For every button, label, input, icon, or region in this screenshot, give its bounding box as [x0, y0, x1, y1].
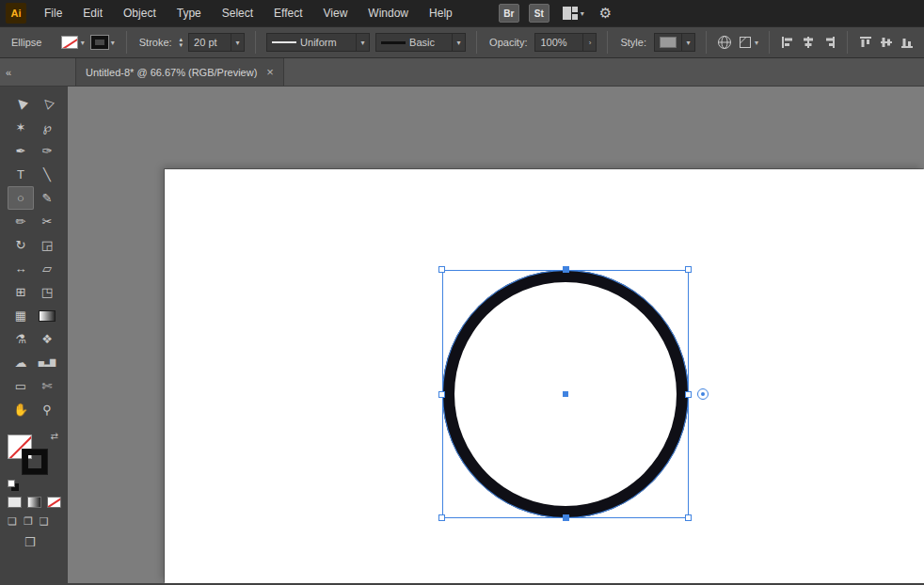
screen-mode-button[interactable]: ❒: [24, 535, 68, 549]
divider: [847, 31, 848, 54]
tool-line-segment[interactable]: ╲: [34, 163, 60, 186]
menu-file[interactable]: File: [34, 0, 72, 26]
draw-inside-icon[interactable]: ❑: [40, 515, 49, 528]
tool-curvature[interactable]: ✑: [34, 139, 60, 163]
tool-scissors[interactable]: ✂: [34, 210, 60, 233]
align-top-icon: [858, 35, 873, 50]
tool-scale[interactable]: ◲: [34, 233, 60, 257]
draw-behind-icon[interactable]: ❐: [24, 515, 33, 528]
menu-select[interactable]: Select: [212, 0, 263, 26]
document-tab[interactable]: Untitled-8* @ 66.67% (RGB/Preview) ×: [75, 58, 284, 86]
tool-ellipse[interactable]: ○: [8, 186, 34, 210]
drawing-mode-buttons: ❏ ❐ ❑: [8, 515, 68, 528]
document-area: Untitled-8* @ 66.67% (RGB/Preview) ×: [68, 58, 924, 583]
selection-handle-ne[interactable]: [685, 266, 692, 273]
selection-center-point[interactable]: [563, 391, 568, 397]
stroke-label: Stroke:: [139, 37, 172, 48]
fill-color-dropdown[interactable]: ▾: [61, 36, 86, 49]
selection-handle-w[interactable]: [438, 391, 445, 398]
selection-handle-n[interactable]: [563, 266, 569, 273]
chevron-down-icon[interactable]: ▾: [357, 33, 370, 52]
tool-mesh[interactable]: ▦: [8, 304, 34, 327]
stroke-weight-stepper[interactable]: ▴ ▾: [180, 37, 183, 48]
selection-handle-sw[interactable]: [438, 514, 445, 521]
control-bar: Ellipse ▾ ▾ Stroke: ▴ ▾ 20 pt ▾ Uniform …: [0, 26, 924, 58]
tool-width[interactable]: ↔: [8, 257, 34, 280]
color-button[interactable]: [8, 497, 22, 508]
tool-zoom[interactable]: ⚲: [34, 398, 60, 421]
stepper-down-icon[interactable]: ▾: [180, 42, 183, 48]
chevron-down-icon[interactable]: ▾: [453, 33, 466, 52]
tool-paintbrush[interactable]: ✎: [34, 186, 60, 210]
tool-type[interactable]: T: [8, 163, 34, 186]
stock-button[interactable]: St: [529, 4, 550, 23]
tool-perspective-grid[interactable]: ◳: [34, 280, 60, 304]
default-fill-stroke-icon[interactable]: [8, 480, 15, 487]
draw-normal-icon[interactable]: ❏: [8, 515, 17, 528]
align-bottom-button[interactable]: [900, 35, 915, 50]
menu-window[interactable]: Window: [358, 0, 419, 26]
chevron-down-icon[interactable]: ▾: [231, 33, 245, 52]
transform-options-button[interactable]: ▾: [738, 35, 758, 50]
tool-column-graph[interactable]: ▅▂▇: [34, 351, 60, 374]
align-vertical-center-button[interactable]: [879, 35, 894, 50]
live-shape-pie-widget[interactable]: [697, 388, 709, 400]
stroke-weight-dropdown[interactable]: 20 pt ▾: [188, 33, 245, 52]
tool-slice[interactable]: ✄: [34, 374, 60, 398]
opacity-value: 100%: [540, 37, 566, 48]
tool-hand[interactable]: ✋: [8, 398, 34, 421]
tool-free-transform[interactable]: ▱: [34, 257, 60, 280]
tool-pencil[interactable]: ✏: [8, 210, 34, 233]
fill-stroke-indicator: ⇄: [8, 433, 51, 480]
submenu-arrow-icon[interactable]: ›: [583, 33, 597, 52]
selection-handle-e[interactable]: [685, 391, 692, 398]
width-profile-dropdown[interactable]: Uniform ▾: [266, 33, 370, 52]
menu-view[interactable]: View: [313, 0, 358, 26]
divider: [255, 31, 256, 54]
align-right-icon: [821, 35, 836, 50]
style-dropdown[interactable]: ▾: [654, 33, 695, 52]
align-left-button[interactable]: [780, 35, 795, 50]
tool-gradient[interactable]: [34, 304, 60, 327]
basic-brush-preview-icon: [381, 41, 406, 44]
tool-eyedropper[interactable]: ⚗: [8, 327, 34, 351]
none-button[interactable]: [47, 497, 61, 508]
align-top-button[interactable]: [858, 35, 873, 50]
arrange-documents-button[interactable]: ▾: [563, 7, 584, 20]
stroke-color-dropdown[interactable]: ▾: [91, 36, 116, 49]
menu-help[interactable]: Help: [419, 0, 463, 26]
menu-edit[interactable]: Edit: [72, 0, 113, 26]
tool-shape-builder[interactable]: ⊞: [8, 280, 34, 304]
bridge-button[interactable]: Br: [499, 4, 519, 23]
align-horizontal-center-button[interactable]: [801, 35, 816, 50]
document-tab-title: Untitled-8* @ 66.67% (RGB/Preview): [86, 67, 257, 78]
tool-symbol-sprayer[interactable]: ☁: [8, 351, 34, 374]
canvas[interactable]: [68, 87, 924, 583]
close-icon[interactable]: ×: [266, 65, 274, 79]
stroke-swatch[interactable]: [23, 450, 47, 474]
opacity-label: Opacity:: [489, 37, 527, 48]
selection-handle-nw[interactable]: [438, 266, 445, 273]
swap-fill-stroke-icon[interactable]: ⇄: [51, 431, 58, 441]
menu-effect[interactable]: Effect: [263, 0, 312, 26]
align-right-button[interactable]: [821, 35, 836, 50]
gear-icon[interactable]: ⚙: [599, 5, 612, 22]
collapse-panel-icon[interactable]: «: [6, 67, 11, 78]
divider: [706, 31, 707, 54]
selection-handle-s[interactable]: [563, 514, 569, 521]
chevron-down-icon[interactable]: ▾: [682, 33, 695, 52]
uniform-width-preview-icon: [272, 41, 296, 43]
brush-dropdown[interactable]: Basic ▾: [375, 33, 466, 52]
stroke-weight-value: 20 pt: [194, 37, 216, 48]
tool-pen[interactable]: ✒: [8, 139, 34, 163]
menu-object[interactable]: Object: [113, 0, 167, 26]
align-vertical-center-icon: [879, 35, 894, 50]
tool-blend[interactable]: ❖: [34, 327, 60, 351]
opacity-field[interactable]: 100% ›: [534, 33, 597, 52]
tool-artboard[interactable]: ▭: [8, 374, 34, 398]
menu-type[interactable]: Type: [167, 0, 212, 26]
selection-handle-se[interactable]: [685, 514, 692, 521]
document-setup-button[interactable]: [717, 35, 732, 50]
tool-rotate[interactable]: ↻: [8, 233, 34, 257]
gradient-button[interactable]: [27, 497, 41, 508]
